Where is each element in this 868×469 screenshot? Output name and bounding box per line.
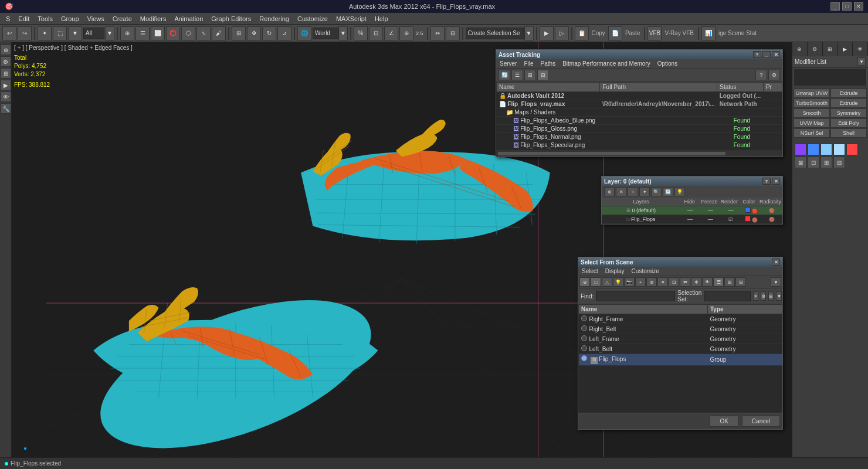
symmetry-btn[interactable]: Symmetry [830,108,867,118]
nsurf-sel-btn[interactable]: NSurf Sel [794,128,830,138]
asset-row-specular[interactable]: 🖼 Flip_Flops_Specular.png Found [497,141,782,149]
color-btn-3[interactable] [820,144,832,155]
menu-customize[interactable]: Customize [294,14,331,23]
sel-set-input[interactable] [466,28,524,39]
scene-geo-btn[interactable]: □ [591,277,601,287]
unwrap-uvw-btn[interactable]: Unwrap UVW [794,89,830,98]
layer-row-flipflops[interactable]: □ Flip_Flops — — ☑ 🟤 🟤 [602,215,782,224]
find-col-btn[interactable]: ⊞ [768,291,774,301]
restore-button[interactable]: □ [842,2,852,11]
hierarchy-tab[interactable]: ⊞ [1,68,11,79]
asset-refresh-btn[interactable]: 🔄 [499,70,510,80]
display-tab[interactable]: 👁 [1,91,11,102]
modifier-dropdown-btn[interactable]: ▼ [857,57,866,66]
color-btn-4[interactable] [833,144,845,155]
asset-settings-btn[interactable]: ⚙ [768,70,780,80]
nav-btn-2[interactable]: ⊡ [808,157,819,168]
asset-close-btn[interactable]: ✕ [772,51,780,58]
modify-tab[interactable]: ⚙ [1,56,11,67]
scene-ok-btn[interactable]: OK [710,416,738,427]
scene-menu-display[interactable]: Display [604,267,626,275]
find-options-btn[interactable]: ⚙ [761,291,766,301]
find-clear-btn[interactable]: ✕ [753,291,758,301]
menu-graph-editors[interactable]: Graph Editors [208,14,255,23]
create-tab[interactable]: ⊕ [1,45,11,55]
rp-tab-create[interactable]: ⊕ [792,42,808,56]
scene-row-right-frame[interactable]: Right_Frame Geometry [579,314,782,324]
redo-button[interactable]: ↪ [18,26,32,40]
minimize-button[interactable]: _ [830,2,840,11]
menu-maxscript[interactable]: MAXScript [333,14,370,23]
layer-refresh-btn[interactable]: 🔄 [663,187,673,196]
menu-create[interactable]: Create [109,14,135,23]
render-scene-btn[interactable]: ▶ [540,26,554,40]
color-btn-1[interactable] [795,144,806,155]
menu-rendering[interactable]: Rendering [256,14,293,23]
percent-snap-button[interactable]: % [354,26,368,40]
align-button[interactable]: ⊟ [446,26,460,40]
smooth-btn[interactable]: Smooth [794,108,830,118]
asset-detail-btn[interactable]: ⊟ [537,70,549,80]
rp-tab-display[interactable]: 👁 [853,42,868,56]
turbosmooth-btn[interactable]: TurboSmooth [794,98,830,108]
rp-tab-hierarchy[interactable]: ⊞ [823,42,838,56]
layer-delete-btn[interactable]: ✕ [616,187,626,196]
angle-snap-button[interactable]: ∠ [384,26,398,40]
menu-tools[interactable]: Tools [34,14,56,23]
uvw-map-btn[interactable]: UVW Map [794,118,830,128]
menu-help[interactable]: Help [371,14,392,23]
motion-tab[interactable]: ▶ [1,80,11,90]
edit-poly-btn[interactable]: Edit Poly [830,118,867,128]
scene-row-flip-flops[interactable]: GFlip_Flops Group [579,354,782,366]
scene-menu-select[interactable]: Select [581,267,599,275]
scene-cam-btn[interactable]: 📷 [624,277,635,287]
create-sel-set[interactable]: ▼ [466,26,534,40]
coord-dropdown[interactable]: World ▼ [313,26,348,40]
scene-list-btn[interactable]: ☰ [713,277,724,287]
select-name-button[interactable]: ☰ [135,26,150,40]
layer-help-btn[interactable]: ? [762,178,771,185]
select-button[interactable]: ✦ [38,26,52,40]
scene-row-left-belt[interactable]: Left_Belt Geometry [579,344,782,354]
shell-btn[interactable]: Shell [830,128,867,138]
ref-coord-btn[interactable]: 🌐 [297,26,311,40]
scene-row-right-belt[interactable]: Right_Belt Geometry [579,324,782,334]
snap-button[interactable]: ⊕ [399,26,413,40]
layer-row-default[interactable]: ☰ 0 (default) — — — 🔴 🟤 [602,206,782,215]
scene-hide-btn[interactable]: 👁 [702,277,713,287]
asset-scrollbar-h[interactable] [496,149,782,157]
layer-create-btn[interactable]: ⊕ [604,187,615,196]
rect-sel-button[interactable]: ⬜ [151,26,165,40]
vray-btn[interactable]: VFB [647,26,662,40]
filter-dropdown-btn[interactable]: ▼ [105,26,114,40]
layer-add-btn[interactable]: + [628,187,638,196]
scene-close-btn[interactable]: ✕ [772,259,780,266]
menu-edit[interactable]: Edit [15,14,33,23]
circle-sel-button[interactable]: ⭕ [166,26,180,40]
scene-menu-customize[interactable]: Customize [630,267,660,275]
extrude-btn-2[interactable]: Extrude [830,98,867,108]
coord-input[interactable]: World [313,28,338,39]
window-cross-btn[interactable]: ⊞ [232,26,246,40]
paste-button[interactable]: 📄 [608,26,622,40]
nav-btn-4[interactable]: ⊟ [833,157,845,168]
color-btn-2[interactable] [808,144,819,155]
find-filter-btn[interactable]: ▼ [776,291,782,301]
asset-view-btn[interactable]: ☰ [511,70,523,80]
scene-light-btn[interactable]: 💡 [613,277,623,287]
nav-btn-3[interactable]: ⊞ [820,157,832,168]
spinner-snap-button[interactable]: ⊡ [369,26,383,40]
selection-set-input[interactable] [704,291,751,301]
filter-button[interactable]: ▼ [68,26,82,40]
asset-help-icon[interactable]: ? [755,70,767,80]
asset-menu-options[interactable]: Options [656,60,679,67]
mirror-button[interactable]: ⇔ [430,26,445,40]
scene-warp-btn[interactable]: ⊗ [646,277,657,287]
nav-btn-1[interactable]: ⊠ [795,157,806,168]
scene-all-btn[interactable]: ⊕ [579,277,590,287]
scene-switch-btn[interactable]: ⇄ [680,277,690,287]
fence-sel-button[interactable]: ⬡ [181,26,195,40]
scale-button[interactable]: ⊿ [277,26,291,40]
ige-btn[interactable]: 📊 [701,26,716,40]
rotate-button[interactable]: ↻ [262,26,276,40]
